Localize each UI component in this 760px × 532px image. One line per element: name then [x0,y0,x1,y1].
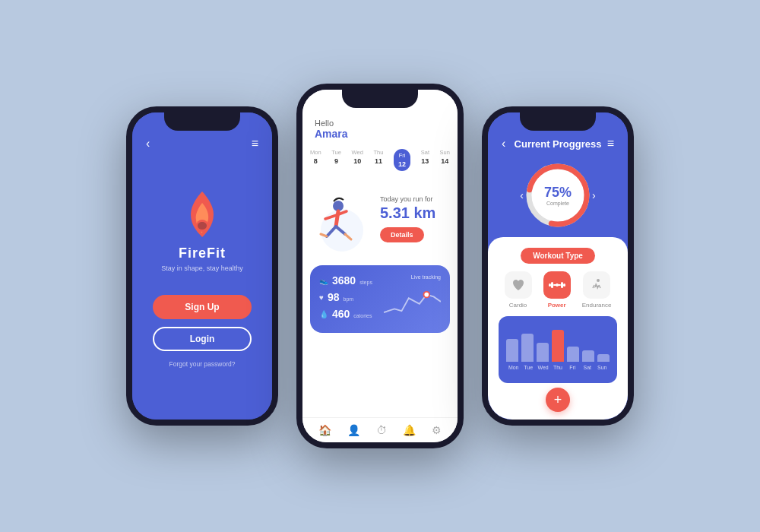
bar-mon-fill [506,339,518,362]
bar-label-tue: Tue [521,365,535,370]
login-button[interactable]: Login [153,327,252,351]
workout-card: Workout Type Cardio [488,237,628,420]
steps-unit: steps [359,280,372,285]
bars-row [506,324,610,362]
power-icon [549,279,565,291]
svg-rect-15 [563,283,565,287]
nav-profile[interactable]: 👤 [347,424,360,436]
stats-right: Live tracking [384,274,441,324]
day-thu[interactable]: Thu 11 [373,149,383,171]
bpm-unit: bpm [344,296,354,302]
phone3-header: ‹ ≡ [488,137,628,150]
signup-button[interactable]: Sign Up [153,295,252,319]
progress-percent-display: 75% Complete [544,185,572,206]
bottom-navigation: 🏠 👤 ⏱ 🔔 ⚙ [302,417,458,442]
power-label: Power [548,302,566,309]
nav-home[interactable]: 🏠 [318,424,331,436]
phone3-menu-icon[interactable]: ≡ [607,137,614,150]
bar-label-mon: Mon [506,365,521,370]
back-icon[interactable]: ‹ [146,137,150,150]
svg-rect-17 [561,282,563,288]
day-wed[interactable]: Wed 10 [352,149,363,171]
menu-icon[interactable]: ≡ [252,137,258,150]
live-tracking-label: Live tracking [384,274,441,280]
bar-sun [597,324,610,362]
day-tue[interactable]: Tue 9 [331,149,341,171]
day-num-mon: 8 [314,157,318,165]
phone-dashboard: Hello Amara Mon 8 Tue 9 Wed 10 Thu [296,84,464,448]
run-label: Today you run for [380,195,448,203]
phone-login: ‹ ≡ FireFit Stay in shape, stay healthy … [126,106,278,426]
run-info: Today you run for 5.31 km Details [372,195,448,242]
steps-value: 3680 [332,274,356,287]
workout-type-badge: Workout Type [521,248,595,264]
svg-rect-14 [549,283,551,287]
user-name: Amara [315,128,445,140]
day-label-sat: Sat [421,149,429,156]
day-num-sun: 14 [441,157,448,165]
phone1-inner: ‹ ≡ FireFit Stay in shape, stay healthy … [132,112,272,420]
phone3-inner: ‹ ≡ Current Proggress ‹ 75% Complete [488,112,628,420]
svg-rect-16 [551,282,553,288]
app-logo [179,188,225,241]
bar-thu [552,324,564,362]
app-tagline: Stay in shape, stay healthy [161,264,243,272]
forgot-password-link[interactable]: Forgot your password? [169,360,236,368]
phone-progress: ‹ ≡ Current Proggress ‹ 75% Complete [482,106,634,426]
day-label-tue: Tue [331,149,341,156]
bar-tue-fill [521,334,534,363]
day-label-sun: Sun [440,149,450,156]
endurance-icon-box [583,271,610,299]
bar-wed-fill [537,343,549,362]
nav-notifications[interactable]: 🔔 [403,424,416,436]
notch-2 [342,90,418,108]
phone3-back-icon[interactable]: ‹ [502,137,505,150]
power-icon-box [543,271,571,299]
fab-button[interactable]: + [546,388,570,412]
workout-type-icons: Cardio P [499,271,617,309]
workout-power[interactable]: Power [543,271,571,309]
steps-icon: 👟 [319,277,328,285]
notch-1 [164,112,240,131]
day-num-tue: 9 [334,157,338,165]
day-num-sat: 13 [421,157,429,165]
day-sat[interactable]: Sat 13 [421,149,429,171]
bar-tue [521,324,534,362]
day-num-wed: 10 [353,157,361,165]
bar-label-sat: Sat [580,365,594,370]
stats-left: 👟 3680 steps ♥ 98 bpm 💧 460 calories [319,274,376,324]
phone1-header: ‹ ≡ [132,137,272,150]
percent-number: 75% [544,185,572,201]
run-distance: 5.31 km [380,204,448,222]
workout-endurance[interactable]: Endurance [582,271,612,309]
notch-3 [520,112,596,131]
details-button[interactable]: Details [380,227,424,242]
cardio-icon-box [505,271,532,299]
day-sun[interactable]: Sun 14 [440,149,450,171]
svg-point-19 [556,283,559,287]
runner-illustration [312,185,372,253]
workout-cardio[interactable]: Cardio [505,271,532,309]
progress-next[interactable]: › [592,189,596,201]
nav-settings[interactable]: ⚙ [432,424,442,436]
day-num-thu: 11 [375,157,382,165]
svg-line-22 [599,285,600,288]
bar-labels: Mon Tue Wed Thu Fri Sat Sun [506,365,610,370]
bar-mon [506,324,518,362]
week-calendar: Mon 8 Tue 9 Wed 10 Thu 11 Fri 12 [302,143,458,177]
svg-point-20 [597,279,600,282]
svg-point-11 [424,293,429,297]
endurance-label: Endurance [582,302,612,309]
bar-fri-fill [567,347,579,362]
dashboard-header: Hello Amara [302,112,458,143]
day-label-wed: Wed [352,149,363,156]
day-fri[interactable]: Fri 12 [394,149,410,171]
stats-card: 👟 3680 steps ♥ 98 bpm 💧 460 calories [310,265,450,333]
bar-chart: Mon Tue Wed Thu Fri Sat Sun [499,316,617,383]
day-num-fri: 12 [398,160,406,168]
bar-wed [537,324,549,362]
steps-stat: 👟 3680 steps [319,274,376,287]
day-mon[interactable]: Mon 8 [310,149,321,171]
bar-sat [582,324,594,362]
nav-timer[interactable]: ⏱ [376,424,387,436]
